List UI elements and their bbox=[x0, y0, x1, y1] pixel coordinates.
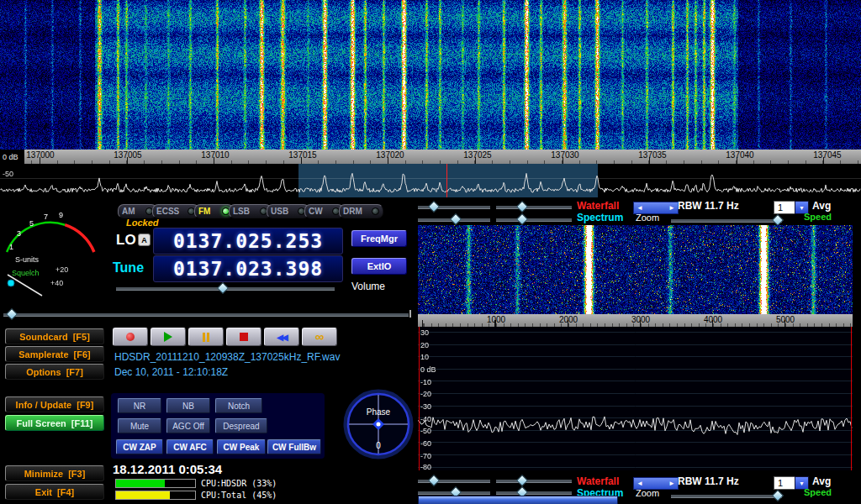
squelch-slider[interactable] bbox=[3, 312, 409, 317]
cw-peak-button[interactable]: CW Peak bbox=[217, 439, 266, 454]
audio-spectrum-display[interactable] bbox=[418, 327, 853, 470]
squelch-marker[interactable] bbox=[8, 280, 14, 286]
zoom-slider[interactable] bbox=[671, 218, 782, 223]
slider-handle[interactable] bbox=[428, 201, 440, 213]
slider-handle[interactable] bbox=[450, 213, 462, 225]
rewind-button[interactable]: ◀◀ bbox=[264, 328, 299, 346]
mode-button-drm[interactable]: DRM bbox=[339, 204, 383, 218]
waterfall-contrast-slider[interactable] bbox=[496, 205, 572, 209]
db-tick-label: -60 bbox=[420, 439, 431, 448]
mode-label: CW bbox=[309, 207, 323, 216]
mode-button-ecss[interactable]: ECSS bbox=[152, 204, 199, 218]
audio-frequency-scale[interactable]: 1000 2000 3000 4000 5000 bbox=[418, 314, 853, 327]
rbw-label: RBW 11.7 Hz bbox=[678, 475, 739, 487]
squelch-slider-handle[interactable] bbox=[6, 308, 18, 320]
despread-button[interactable]: Despread bbox=[215, 418, 267, 433]
button-label: Exit bbox=[35, 487, 52, 497]
cpu-hdsdr-text: CPU:HDSDR (33%) bbox=[201, 479, 277, 488]
pause-button[interactable] bbox=[188, 328, 224, 346]
waterfall-contrast-slider[interactable] bbox=[496, 479, 572, 483]
s-meter-tick: 3 bbox=[17, 229, 21, 238]
mute-button[interactable]: Mute bbox=[118, 418, 161, 433]
options-button[interactable]: Options [F7] bbox=[5, 364, 104, 380]
waterfall-brightness-slider[interactable] bbox=[418, 205, 490, 209]
cw-zap-button[interactable]: CW ZAP bbox=[116, 439, 163, 454]
scroll-right-icon[interactable]: ► bbox=[668, 480, 675, 487]
lo-frequency-display[interactable]: 0137.025.253 bbox=[153, 228, 343, 255]
mode-button-cw[interactable]: CW bbox=[304, 204, 344, 218]
notch-button[interactable]: Notch bbox=[215, 398, 262, 413]
zoom-label: Zoom bbox=[636, 213, 659, 223]
playback-controls: ◀◀ ∞ bbox=[113, 328, 337, 346]
main-frequency-scale[interactable]: 137000 137005 137010 137015 137020 13702… bbox=[0, 150, 861, 164]
cw-afc-button[interactable]: CW AFC bbox=[166, 439, 214, 454]
phase-value: 0 bbox=[376, 441, 381, 450]
stop-button[interactable] bbox=[226, 328, 261, 346]
minimize-button[interactable]: Minimize [F3] bbox=[5, 465, 104, 481]
phase-label: Phase bbox=[367, 407, 391, 417]
button-fkey: [F3] bbox=[68, 469, 85, 479]
rbw-label: RBW 11.7 Hz bbox=[678, 200, 739, 212]
mode-button-lsb[interactable]: LSB bbox=[229, 204, 272, 218]
zoom-range-bar[interactable] bbox=[418, 496, 618, 504]
db-tick-label: -20 bbox=[420, 390, 431, 398]
play-button[interactable] bbox=[151, 328, 186, 346]
info-update-button[interactable]: Info / Update [F9] bbox=[5, 396, 104, 412]
zoom-slider[interactable] bbox=[671, 494, 782, 498]
button-fkey: [F11] bbox=[71, 418, 93, 428]
mode-button-am[interactable]: AM bbox=[118, 204, 157, 218]
scroll-left-icon[interactable]: ◄ bbox=[637, 204, 643, 212]
freq-tick-label: 2000 bbox=[543, 315, 594, 324]
loop-button[interactable]: ∞ bbox=[302, 328, 337, 346]
button-label: Options bbox=[26, 367, 61, 377]
s-meter-plus20: +20 bbox=[55, 265, 68, 274]
slider-handle[interactable] bbox=[516, 213, 528, 225]
slider-handle[interactable] bbox=[516, 475, 528, 486]
slider-handle[interactable] bbox=[772, 490, 784, 501]
button-label: Full Screen bbox=[17, 418, 66, 428]
cpu-total-bar bbox=[115, 491, 196, 500]
main-waterfall-display[interactable] bbox=[0, 0, 861, 150]
extio-button[interactable]: ExtIO bbox=[351, 258, 407, 275]
waterfall-brightness-slider[interactable] bbox=[418, 479, 490, 483]
soundcard-button[interactable]: Soundcard [F5] bbox=[5, 328, 104, 344]
record-button[interactable] bbox=[113, 328, 148, 346]
audio-waterfall-display[interactable] bbox=[418, 225, 853, 314]
main-spectrum-display[interactable] bbox=[0, 164, 861, 197]
nb-button[interactable]: NB bbox=[166, 398, 210, 413]
volume-label: Volume bbox=[351, 281, 385, 292]
cpu-total-text: CPU:Total (45%) bbox=[201, 491, 277, 500]
mode-button-usb[interactable]: USB bbox=[267, 204, 309, 218]
mode-button-fm[interactable]: FM bbox=[194, 204, 234, 218]
db-tick-label: -10 bbox=[420, 378, 431, 386]
s-meter-plus40: +40 bbox=[50, 279, 63, 287]
spectrum-contrast-slider[interactable] bbox=[496, 491, 572, 495]
db-tick-label: -80 bbox=[420, 463, 431, 471]
lo-frequency-value: 0137.025.253 bbox=[173, 230, 323, 252]
loop-icon: ∞ bbox=[315, 333, 325, 341]
mode-label: FM bbox=[198, 207, 210, 216]
exit-button[interactable]: Exit [F4] bbox=[5, 484, 104, 500]
button-fkey: [F5] bbox=[73, 332, 90, 342]
slider-handle[interactable] bbox=[772, 214, 784, 226]
spectrum-brightness-slider[interactable] bbox=[418, 491, 490, 495]
volume-slider-handle[interactable] bbox=[217, 282, 229, 294]
cw-fullbw-button[interactable]: CW FullBw bbox=[267, 439, 321, 454]
spectrum-contrast-slider[interactable] bbox=[496, 218, 572, 222]
freq-tick-label: 137040 bbox=[715, 150, 765, 160]
agc-off-button[interactable]: AGC Off bbox=[166, 418, 210, 433]
tune-frequency-display[interactable]: 0137.023.398 bbox=[153, 255, 343, 282]
lo-lock-badge[interactable]: A bbox=[138, 234, 151, 246]
squelch-label: Squelch bbox=[12, 269, 40, 277]
scroll-left-icon[interactable]: ◄ bbox=[637, 480, 643, 487]
full-screen-button[interactable]: Full Screen [F11] bbox=[5, 415, 104, 431]
slider-handle[interactable] bbox=[428, 475, 440, 486]
freqmgr-button[interactable]: FreqMgr bbox=[351, 230, 407, 247]
nr-button[interactable]: NR bbox=[118, 398, 161, 413]
scroll-right-icon[interactable]: ► bbox=[668, 204, 675, 212]
volume-slider[interactable] bbox=[116, 286, 335, 291]
slider-handle[interactable] bbox=[516, 201, 528, 213]
speed-label: Speed bbox=[804, 212, 832, 222]
samplerate-button[interactable]: Samplerate [F6] bbox=[5, 346, 104, 362]
spectrum-brightness-slider[interactable] bbox=[418, 218, 490, 222]
